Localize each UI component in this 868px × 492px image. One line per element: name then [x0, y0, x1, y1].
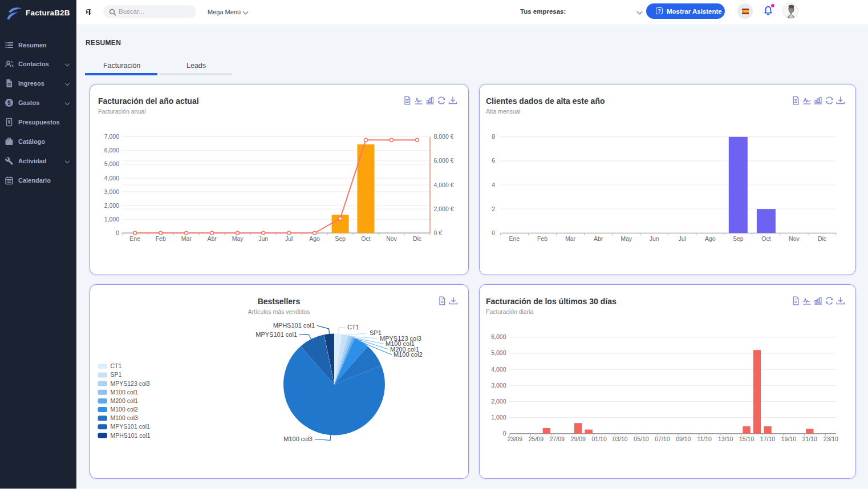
svg-text:8,000 €: 8,000 €	[434, 133, 454, 140]
svg-text:MPYS101 col1: MPYS101 col1	[111, 423, 151, 430]
svg-text:4,000 €: 4,000 €	[434, 182, 454, 188]
svg-text:M100 col2: M100 col2	[394, 351, 423, 358]
svg-text:May: May	[232, 235, 244, 242]
svg-text:May: May	[620, 235, 632, 242]
svg-text:Oct: Oct	[761, 235, 770, 242]
svg-text:2,000: 2,000	[104, 202, 119, 209]
svg-text:2: 2	[492, 205, 495, 212]
svg-text:M100 col1: M100 col1	[111, 389, 139, 396]
svg-text:5,000: 5,000	[491, 349, 506, 356]
svg-text:5,000: 5,000	[104, 160, 119, 167]
svg-text:6,000: 6,000	[104, 147, 119, 154]
svg-text:Dic: Dic	[818, 235, 826, 242]
svg-text:Jul: Jul	[678, 235, 686, 242]
svg-text:15/10: 15/10	[739, 435, 754, 442]
svg-text:4: 4	[492, 182, 495, 188]
svg-text:Oct: Oct	[361, 235, 370, 242]
svg-text:MPHS101 col1: MPHS101 col1	[111, 432, 151, 439]
svg-text:4,000: 4,000	[104, 175, 119, 182]
svg-text:29/09: 29/09	[571, 435, 586, 442]
svg-text:23/10: 23/10	[824, 435, 838, 442]
svg-text:8: 8	[492, 133, 495, 140]
svg-text:2,000 €: 2,000 €	[434, 205, 454, 212]
svg-text:M200 col1: M200 col1	[111, 397, 139, 404]
svg-text:27/09: 27/09	[550, 435, 565, 442]
svg-text:MPHS101 col1: MPHS101 col1	[273, 322, 315, 329]
svg-text:4,000: 4,000	[491, 366, 506, 373]
svg-text:13/10: 13/10	[718, 435, 733, 442]
svg-text:03/10: 03/10	[613, 435, 627, 442]
svg-text:0 €: 0 €	[434, 229, 443, 236]
svg-text:6,000: 6,000	[491, 333, 506, 340]
svg-text:6,000 €: 6,000 €	[434, 157, 454, 164]
svg-text:1,000: 1,000	[104, 216, 119, 223]
svg-text:Sep: Sep	[335, 235, 346, 242]
svg-text:Mar: Mar	[565, 235, 576, 242]
svg-text:Dic: Dic	[413, 235, 421, 242]
svg-text:SP1: SP1	[111, 371, 122, 378]
svg-text:Nov: Nov	[789, 235, 800, 242]
svg-text:2,000: 2,000	[491, 398, 506, 405]
svg-text:CT1: CT1	[111, 362, 122, 369]
svg-text:Jun: Jun	[258, 235, 268, 242]
svg-text:07/10: 07/10	[655, 435, 670, 442]
svg-text:CT1: CT1	[347, 324, 359, 330]
svg-text:11/10: 11/10	[697, 435, 712, 442]
svg-text:0: 0	[492, 229, 495, 236]
svg-text:M100 col2: M100 col2	[111, 406, 139, 413]
svg-text:05/10: 05/10	[634, 435, 648, 442]
svg-text:$: $	[7, 99, 11, 106]
svg-text:6: 6	[492, 157, 495, 164]
svg-text:0: 0	[503, 430, 506, 437]
svg-text:09/10: 09/10	[676, 435, 691, 442]
svg-text:Feb: Feb	[156, 235, 166, 242]
svg-text:Ago: Ago	[309, 235, 320, 242]
svg-text:3,000: 3,000	[104, 188, 119, 195]
svg-text:Ene: Ene	[129, 235, 140, 242]
svg-text:17/10: 17/10	[760, 435, 775, 442]
svg-text:MPYS123 col3: MPYS123 col3	[111, 380, 151, 387]
svg-text:Sep: Sep	[733, 235, 744, 242]
svg-text:25/09: 25/09	[529, 435, 543, 442]
svg-text:23/09: 23/09	[508, 435, 522, 442]
svg-text:Jul: Jul	[285, 235, 293, 242]
svg-text:M100 col3: M100 col3	[111, 414, 139, 421]
svg-text:1,000: 1,000	[491, 414, 506, 421]
svg-text:19/10: 19/10	[781, 435, 796, 442]
svg-text:MPYS101 col1: MPYS101 col1	[255, 331, 297, 338]
svg-text:3,000: 3,000	[491, 382, 506, 389]
svg-text:01/10: 01/10	[591, 435, 606, 442]
svg-text:Ago: Ago	[705, 235, 716, 242]
svg-text:Jun: Jun	[650, 235, 659, 242]
svg-text:M100 col3: M100 col3	[283, 435, 313, 442]
svg-text:0: 0	[116, 229, 119, 236]
svg-text:Abr: Abr	[594, 235, 603, 242]
svg-text:Nov: Nov	[386, 235, 397, 242]
svg-text:Abr: Abr	[207, 235, 217, 242]
svg-text:Mar: Mar	[181, 235, 192, 242]
svg-text:7,000: 7,000	[104, 133, 119, 140]
svg-text:Feb: Feb	[537, 235, 547, 242]
svg-text:21/10: 21/10	[802, 435, 817, 442]
svg-text:Ene: Ene	[509, 235, 520, 242]
